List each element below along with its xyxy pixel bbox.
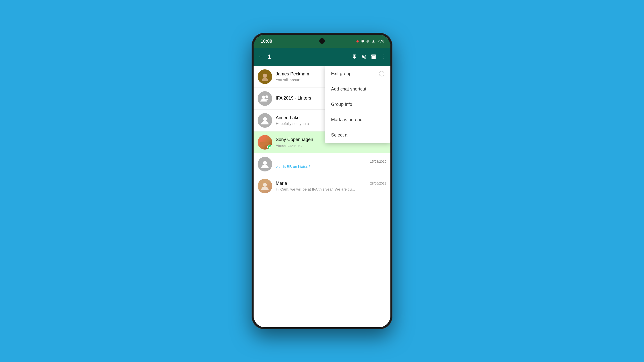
top-bar: ← 1 <box>254 48 390 66</box>
status-bar: 10:09 ⏺ ✱ ⊖ ▲ 75% <box>254 35 390 48</box>
dropdown-item-add-chat-shortcut[interactable]: Add chat shortcut <box>325 81 390 97</box>
bluetooth-icon: ✱ <box>361 39 364 43</box>
phone-frame: 10:09 ⏺ ✱ ⊖ ▲ 75% ← 1 <box>252 33 392 329</box>
back-button[interactable]: ← <box>257 52 265 62</box>
selected-count: 1 <box>268 53 348 60</box>
archive-button[interactable] <box>369 52 378 62</box>
dropdown-menu: Exit group Add chat shortcut Group info … <box>325 66 390 143</box>
phone-screen: 10:09 ⏺ ✱ ⊖ ▲ 75% ← 1 <box>254 35 390 327</box>
mute-button[interactable] <box>360 52 368 62</box>
camera-notch <box>319 38 325 44</box>
dropdown-item-group-info[interactable]: Group info <box>325 97 390 112</box>
dropdown-item-select-all[interactable]: Select all <box>325 127 390 143</box>
battery-text: 75% <box>377 39 384 43</box>
add-chat-shortcut-label: Add chat shortcut <box>331 86 366 92</box>
dropdown-item-mark-unread[interactable]: Mark as unread <box>325 112 390 127</box>
mark-as-unread-label: Mark as unread <box>331 117 363 122</box>
select-all-label: Select all <box>331 132 349 138</box>
wifi-icon: ▲ <box>371 39 375 43</box>
more-button[interactable]: ⋮ <box>379 52 387 62</box>
record-icon: ⏺ <box>356 39 359 43</box>
group-info-label: Group info <box>331 102 352 107</box>
dropdown-overlay[interactable]: Exit group Add chat shortcut Group info … <box>254 66 390 327</box>
status-time: 10:09 <box>261 39 272 44</box>
minus-icon: ⊖ <box>366 39 369 43</box>
pin-button[interactable] <box>350 52 359 62</box>
dropdown-item-exit-group[interactable]: Exit group <box>325 66 390 81</box>
status-icons: ⏺ ✱ ⊖ ▲ 75% <box>356 39 384 43</box>
chat-list: James Peckham You still about? <box>254 66 390 327</box>
exit-group-label: Exit group <box>331 71 351 76</box>
radio-circle-exit-group <box>379 71 384 76</box>
top-bar-actions: ⋮ <box>350 52 387 62</box>
